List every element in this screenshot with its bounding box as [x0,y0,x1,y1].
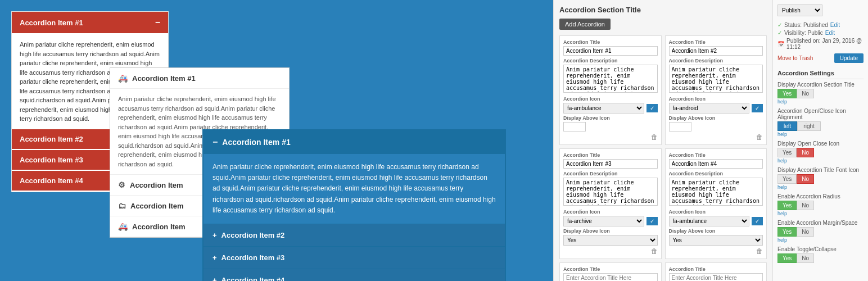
accordion-card-3: Accordion Title Accordion Description An… [559,148,662,259]
editor-section-title: Accordion Section Title [559,6,767,14]
card2-display-input[interactable] [669,122,691,132]
card2-desc-textarea[interactable]: Anim pariatur cliche reprehenderit, enim… [669,65,763,93]
display-open-close-yes[interactable]: Yes [777,148,797,157]
publish-select[interactable]: Publish [777,4,822,16]
ambulance-icon: 🚑 [118,74,128,83]
enable-radius-group: Yes No [777,201,864,210]
card4-icon-row: fa-ambulance ✓ [669,216,763,226]
display-title-font-help[interactable]: help [777,184,787,190]
visibility-row: ✓ Visibility: Public Edit [777,30,864,36]
gear-icon: ⚙ [118,180,125,189]
enable-margin-help[interactable]: help [777,237,787,243]
card2-delete-btn[interactable]: 🗑 [756,133,763,141]
display-section-title-help[interactable]: help [777,99,787,105]
card4-display-select[interactable]: Yes [669,235,763,246]
card1-display-input[interactable] [563,122,586,132]
published-row: 📅 Published on: Jan 29, 2016 @ 11:12 [777,38,864,50]
card4-display-label: Display Above Icon [669,228,763,234]
accordion-settings-section: Accordion Settings Display Accordion Sec… [777,67,864,263]
enable-radius-setting: Enable Accordion Radius Yes No help [777,193,864,216]
archive-icon: 🗂 [118,201,126,210]
card6-title-input[interactable] [669,273,763,281]
card2-icon-select[interactable]: fa-android [669,103,750,114]
accordion-item-4-blue[interactable]: + Accordion Item #4 [204,269,505,281]
card5-title-label: Accordion Title [563,266,658,272]
accordion-item-2-blue-title: Accordion Item #2 [221,231,285,239]
enable-radius-no[interactable]: No [797,201,814,210]
accordion-item-4-red-title: Accordion Item #4 [20,176,83,185]
display-title-font-setting: Display Accordion Title Font Icon Yes No… [777,167,864,190]
visibility-text: Visibility: Public [784,30,823,36]
card4-delete-btn[interactable]: 🗑 [756,247,763,255]
enable-margin-yes[interactable]: Yes [777,227,797,237]
accordion-item-3-blue-title: Accordion Item #3 [221,253,285,262]
enable-toggle-no[interactable]: No [797,253,814,263]
enable-radius-yes[interactable]: Yes [777,201,797,210]
add-accordion-button[interactable]: Add Accordion [559,19,611,30]
card3-title-input[interactable] [563,159,658,169]
accordion-item-3-red-title: Accordion Item #3 [20,156,83,164]
enable-margin-label: Enable Accordion Margin/Space [777,220,864,226]
accordion-item-1-white[interactable]: 🚑 Accordion Item #1 [110,68,289,89]
enable-margin-no[interactable]: No [797,227,814,237]
display-open-close-help[interactable]: help [777,158,787,164]
card3-icon-btn[interactable]: ✓ [647,217,658,225]
enable-toggle-yes[interactable]: Yes [777,253,797,263]
card3-icon-select[interactable]: fa-archive [563,216,644,226]
display-open-close-no[interactable]: No [797,148,814,157]
accordion-card-4: Accordion Title Accordion Description An… [665,148,767,259]
card2-icon-btn[interactable]: ✓ [752,104,763,112]
accordion-item-4-blue-title: Accordion Item #4 [221,276,285,281]
display-section-title-no[interactable]: No [797,89,814,98]
update-btn[interactable]: Update [834,53,864,63]
display-title-font-no[interactable]: No [797,174,814,184]
open-close-alignment-setting: Accordion Open/Close Icon Alignment left… [777,108,864,137]
card1-delete-btn[interactable]: 🗑 [651,133,658,141]
card1-title-input[interactable] [563,46,658,56]
card1-display-row [563,122,658,132]
card3-icon-label: Accordion Icon [563,209,658,215]
card1-icon-btn[interactable]: ✓ [647,104,658,112]
card1-icon-select[interactable]: fa-ambulance [563,103,644,114]
align-right-btn[interactable]: right [797,121,820,131]
card2-title-input[interactable] [669,46,763,56]
card4-icon-label: Accordion Icon [669,209,763,215]
card4-icon-select[interactable]: fa-ambulance [669,216,750,226]
accordion-item-1-red[interactable]: Accordion Item #1 − [12,12,168,33]
calendar-icon: 📅 [777,41,784,47]
alignment-group: left right [777,121,864,131]
card2-icon-label: Accordion Icon [669,96,763,102]
accordion-item-2-blue[interactable]: + Accordion Item #2 [204,224,505,246]
card1-desc-textarea[interactable]: Anim pariatur cliche reprehenderit, enim… [563,65,658,93]
card3-delete-btn[interactable]: 🗑 [651,247,658,255]
status-edit-link[interactable]: Edit [830,22,840,28]
enable-toggle-label: Enable Toggle/Collapse [777,246,864,252]
display-open-close-label: Display Open Close Icon [777,140,864,147]
card4-title-input[interactable] [669,159,763,169]
plus-icon-4: + [213,276,217,281]
status-row: ✓ Status: Published Edit [777,22,864,28]
enable-radius-help[interactable]: help [777,211,787,216]
accordion-card-5: Accordion Title Accordion Description [559,262,662,281]
status-text: Status: Published [784,22,828,28]
card4-desc-textarea[interactable]: Anim pariatur cliche reprehenderit, enim… [669,178,763,206]
card5-title-input[interactable] [563,273,658,281]
ambulance2-icon: 🚑 [118,222,128,231]
display-section-title-yes[interactable]: Yes [777,89,797,98]
align-left-btn[interactable]: left [777,121,797,131]
accordion-item-1-blue-header[interactable]: − Accordion Item #1 [204,130,505,154]
card4-icon-btn[interactable]: ✓ [752,217,763,225]
enable-radius-label: Enable Accordion Radius [777,193,864,200]
visibility-edit-link[interactable]: Edit [825,30,835,36]
move-to-trash-btn[interactable]: Move to Trash [777,55,813,61]
collapse-icon: − [155,17,160,28]
accordion-item-3-blue[interactable]: + Accordion Item #3 [204,246,505,269]
card3-display-select[interactable]: Yes [563,235,658,246]
card3-desc-textarea[interactable]: Anim pariatur cliche reprehenderit, enim… [563,178,658,206]
published-text: Published on: Jan 29, 2016 @ 11:12 [786,38,864,50]
display-section-title-group: Yes No [777,89,864,98]
plus-icon-2: + [213,231,217,239]
accordion-card-6: Accordion Title Accordion Description [665,262,767,281]
alignment-help[interactable]: help [777,132,787,137]
display-title-font-yes[interactable]: Yes [777,174,797,184]
